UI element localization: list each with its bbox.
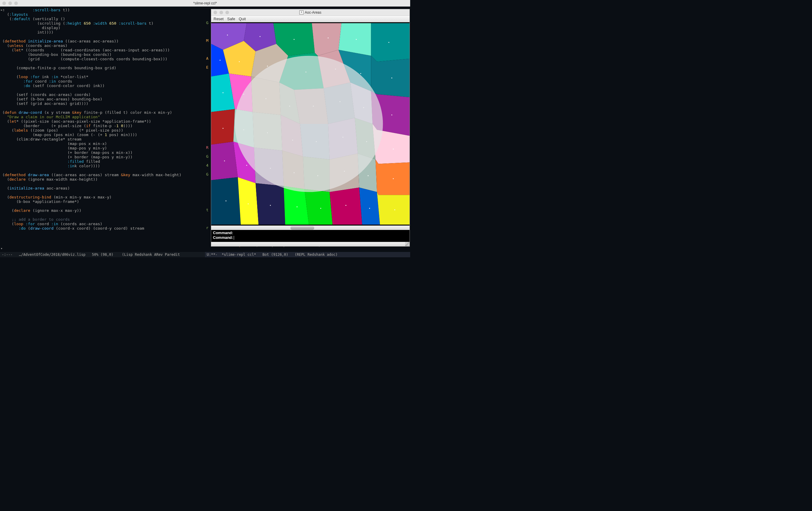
clim-minimize-icon[interactable] bbox=[220, 11, 223, 14]
svg-marker-44 bbox=[359, 188, 380, 225]
svg-point-75 bbox=[224, 161, 225, 161]
clim-menubar: Reset Safe Quit bbox=[211, 16, 410, 22]
x11-icon: X bbox=[299, 10, 303, 15]
svg-marker-37 bbox=[375, 160, 410, 195]
svg-point-51 bbox=[388, 42, 389, 43]
clim-close-icon[interactable] bbox=[213, 11, 217, 14]
svg-point-86 bbox=[297, 206, 298, 207]
svg-point-91 bbox=[235, 56, 383, 192]
clim-zoom-icon[interactable] bbox=[225, 11, 229, 14]
clim-interactor[interactable]: Command: Command: bbox=[211, 230, 410, 242]
svg-point-58 bbox=[392, 78, 392, 79]
clim-titlebar[interactable]: X Aoc-Areas bbox=[211, 9, 410, 16]
svg-point-50 bbox=[356, 39, 357, 40]
svg-point-85 bbox=[270, 205, 271, 206]
svg-point-83 bbox=[225, 201, 226, 201]
interactor-prompt-2: Command: bbox=[213, 235, 233, 240]
svg-point-49 bbox=[327, 37, 328, 38]
menu-safe[interactable]: Safe bbox=[227, 17, 235, 21]
cursor-icon bbox=[234, 236, 234, 240]
svg-marker-43 bbox=[330, 188, 362, 225]
voronoi-canvas bbox=[211, 22, 410, 226]
svg-marker-13 bbox=[371, 56, 410, 97]
svg-point-82 bbox=[393, 178, 394, 179]
resize-grip-icon[interactable] bbox=[405, 242, 410, 246]
canvas-scrollbar-h[interactable] bbox=[211, 226, 410, 230]
svg-point-88 bbox=[345, 205, 346, 206]
minimize-icon[interactable] bbox=[8, 1, 12, 5]
svg-point-76 bbox=[246, 165, 247, 166]
svg-point-54 bbox=[267, 66, 268, 66]
svg-marker-45 bbox=[377, 192, 410, 225]
svg-point-57 bbox=[360, 73, 361, 74]
editor-pane[interactable]: ▸▯ :scroll-bars t)) (:layouts (:default … bbox=[0, 6, 205, 257]
svg-point-90 bbox=[395, 209, 395, 210]
svg-point-53 bbox=[239, 61, 240, 62]
svg-point-46 bbox=[227, 34, 228, 35]
outer-window-title: *slime-repl ccl* bbox=[193, 1, 217, 5]
svg-point-74 bbox=[393, 148, 394, 149]
close-icon[interactable] bbox=[2, 1, 6, 5]
clim-window-title: Aoc-Areas bbox=[305, 10, 321, 15]
svg-marker-40 bbox=[256, 183, 285, 225]
svg-point-59 bbox=[223, 92, 223, 93]
interactor-scrollbar-h[interactable] bbox=[211, 242, 410, 246]
svg-marker-22 bbox=[211, 109, 235, 145]
svg-point-52 bbox=[220, 60, 221, 61]
outer-mac-titlebar: *slime-repl ccl* bbox=[0, 0, 410, 6]
interactor-prompt-1: Command: bbox=[213, 231, 233, 235]
scroll-down-icon: ▾ bbox=[1, 246, 3, 251]
repl-modeline: U:**- *slime-repl ccl* Bot (9126,0) (REP… bbox=[205, 252, 410, 257]
repl-pane[interactable]: G M AE RG4G t r AN R O RO W :y a ADVENT/… bbox=[205, 6, 410, 257]
zoom-icon[interactable] bbox=[14, 1, 18, 5]
svg-point-89 bbox=[369, 208, 370, 209]
svg-marker-39 bbox=[238, 177, 259, 225]
menu-reset[interactable]: Reset bbox=[213, 17, 224, 21]
svg-point-48 bbox=[294, 39, 295, 40]
clim-window[interactable]: X Aoc-Areas Reset Safe Quit bbox=[211, 9, 410, 247]
svg-point-87 bbox=[320, 208, 321, 209]
menu-quit[interactable]: Quit bbox=[239, 17, 246, 21]
svg-marker-6 bbox=[371, 23, 410, 62]
left-gutter: G M AE RG4G t r AN bbox=[206, 9, 208, 257]
svg-marker-42 bbox=[304, 189, 332, 225]
svg-point-47 bbox=[260, 36, 260, 37]
editor-modeline: -:--- …/AdventOfCode/2018/d06viz.lisp 50… bbox=[0, 252, 205, 257]
scrollbar-thumb[interactable] bbox=[290, 226, 314, 230]
svg-point-81 bbox=[368, 175, 369, 176]
svg-point-66 bbox=[392, 115, 392, 116]
editor-code[interactable]: :scroll-bars t)) (:layouts (:default (ve… bbox=[0, 6, 184, 232]
svg-point-67 bbox=[223, 128, 223, 129]
svg-point-84 bbox=[248, 203, 249, 204]
